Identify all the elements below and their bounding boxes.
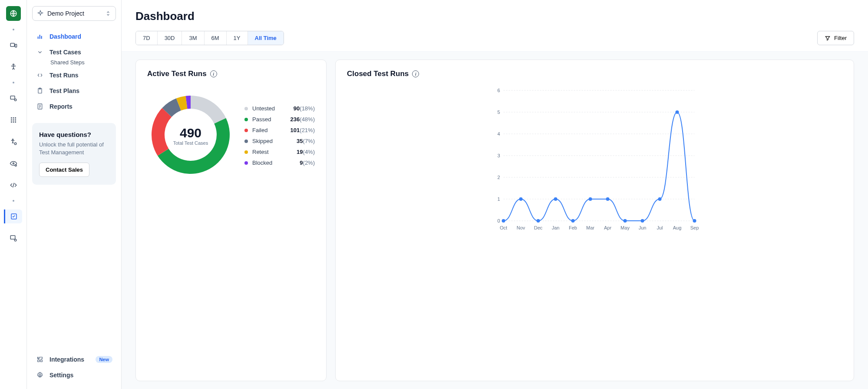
- code-brackets-icon: [36, 72, 44, 79]
- promo-body: Unlock the full potential of Test Manage…: [39, 141, 109, 156]
- rail-a11y-settings-icon[interactable]: [5, 135, 22, 149]
- time-range-all-time[interactable]: All Time: [248, 31, 284, 45]
- chevron-updown-icon: [105, 10, 111, 17]
- nav-label: Integrations: [50, 356, 84, 363]
- rail-device-settings-icon[interactable]: [5, 91, 22, 105]
- document-icon: [36, 103, 44, 110]
- nav-integrations[interactable]: Integrations New: [32, 352, 116, 367]
- svg-point-48: [589, 197, 592, 201]
- filter-button[interactable]: Filter: [817, 31, 854, 45]
- svg-rect-13: [13, 121, 14, 123]
- rail-observability-icon[interactable]: [5, 156, 22, 170]
- svg-point-18: [15, 165, 17, 166]
- nav-settings[interactable]: Settings: [32, 367, 116, 383]
- legend-row: Failed 101(21%): [244, 127, 315, 133]
- rail-monitor-settings-icon[interactable]: [5, 231, 22, 245]
- info-icon[interactable]: i: [210, 70, 217, 77]
- card-title: Active Test Runs: [147, 70, 207, 78]
- rail-test-management-icon[interactable]: [4, 209, 22, 223]
- nav-label: Test Runs: [50, 72, 79, 79]
- nav-reports[interactable]: Reports: [32, 99, 116, 114]
- legend-value: 101(21%): [290, 127, 315, 133]
- donut-total-label: Total Test Cases: [173, 140, 208, 146]
- svg-point-46: [554, 197, 558, 201]
- nav-label: Settings: [50, 372, 73, 379]
- svg-point-47: [571, 219, 575, 223]
- time-range-3m[interactable]: 3M: [182, 31, 204, 45]
- icon-rail: [0, 0, 27, 389]
- svg-text:Oct: Oct: [500, 225, 507, 230]
- svg-rect-7: [13, 117, 14, 119]
- chart-bar-icon: [36, 33, 44, 40]
- time-range-30d[interactable]: 30D: [158, 31, 182, 45]
- new-badge: New: [96, 356, 112, 363]
- legend-name: Untested: [252, 105, 275, 112]
- nav-test-cases[interactable]: Test Cases: [32, 44, 116, 60]
- svg-text:Jan: Jan: [552, 225, 560, 230]
- legend-dot: [244, 107, 248, 110]
- svg-rect-6: [11, 117, 12, 119]
- svg-point-51: [641, 219, 644, 223]
- legend-value: 9(2%): [300, 160, 315, 166]
- legend-name: Passed: [252, 116, 271, 123]
- svg-point-52: [658, 197, 662, 201]
- rail-code-icon[interactable]: [5, 178, 22, 192]
- page-title: Dashboard: [135, 10, 854, 23]
- closed-test-runs-card: Closed Test Runs i 0123456OctNovDecJanFe…: [335, 60, 854, 381]
- active-test-runs-card: Active Test Runs i 490 Total Test Cases …: [135, 60, 327, 381]
- nav-dashboard[interactable]: Dashboard: [32, 29, 116, 44]
- legend-name: Retest: [252, 149, 269, 155]
- time-range-6m[interactable]: 6M: [205, 31, 227, 45]
- svg-text:Nov: Nov: [517, 225, 525, 230]
- nav-shared-steps[interactable]: Shared Steps: [32, 59, 116, 66]
- svg-text:3: 3: [497, 153, 500, 158]
- svg-point-16: [14, 143, 17, 145]
- svg-rect-11: [15, 120, 16, 121]
- puzzle-icon: [36, 356, 44, 363]
- rail-devices-icon[interactable]: [5, 38, 22, 52]
- time-range-7d[interactable]: 7D: [136, 31, 158, 45]
- legend-value: 90(18%): [294, 105, 315, 112]
- svg-text:0: 0: [497, 218, 500, 223]
- legend-dot: [244, 129, 248, 132]
- rail-accessibility-icon[interactable]: [5, 60, 22, 74]
- svg-point-5: [14, 99, 17, 101]
- nav-test-runs[interactable]: Test Runs: [32, 67, 116, 83]
- svg-text:Dec: Dec: [534, 225, 543, 230]
- app-logo[interactable]: [6, 6, 21, 21]
- legend-dot: [244, 140, 248, 143]
- chevron-down-icon: [36, 49, 44, 55]
- svg-text:1: 1: [497, 196, 500, 202]
- bottom-nav: Integrations New Settings: [32, 352, 116, 383]
- legend-name: Failed: [252, 127, 267, 133]
- info-icon[interactable]: i: [412, 70, 419, 77]
- promo-box: Have questions? Unlock the full potentia…: [32, 123, 116, 185]
- legend-row: Skipped 35(7%): [244, 138, 315, 144]
- rail-grid-icon[interactable]: [5, 113, 22, 127]
- svg-rect-23: [40, 35, 40, 39]
- nav-label: Test Cases: [50, 49, 81, 56]
- card-title: Closed Test Runs: [347, 70, 409, 78]
- legend-value: 19(4%): [297, 149, 315, 155]
- promo-title: Have questions?: [39, 131, 109, 138]
- legend-row: Blocked 9(2%): [244, 160, 315, 166]
- svg-rect-4: [10, 96, 15, 100]
- nav-test-plans[interactable]: Test Plans: [32, 83, 116, 99]
- svg-point-43: [502, 219, 505, 223]
- rail-separator: [13, 200, 14, 202]
- project-selector[interactable]: Demo Project: [32, 6, 116, 21]
- svg-point-44: [519, 197, 523, 201]
- time-range-1y[interactable]: 1Y: [227, 31, 248, 45]
- svg-point-54: [693, 219, 696, 223]
- nav: Dashboard Test Cases Shared Steps Test R…: [32, 29, 116, 114]
- svg-point-45: [537, 219, 540, 223]
- main: Dashboard 7D30D3M6M1YAll Time Filter Act…: [122, 0, 868, 389]
- contact-sales-button[interactable]: Contact Sales: [39, 163, 89, 177]
- gear-icon: [36, 372, 44, 379]
- sidebar: Demo Project Dashboard Test Cases Shared…: [27, 0, 122, 389]
- legend-name: Skipped: [252, 138, 273, 144]
- rail-separator: [13, 29, 14, 30]
- project-name: Demo Project: [47, 10, 102, 17]
- svg-text:6: 6: [497, 88, 500, 93]
- legend-row: Untested 90(18%): [244, 105, 315, 112]
